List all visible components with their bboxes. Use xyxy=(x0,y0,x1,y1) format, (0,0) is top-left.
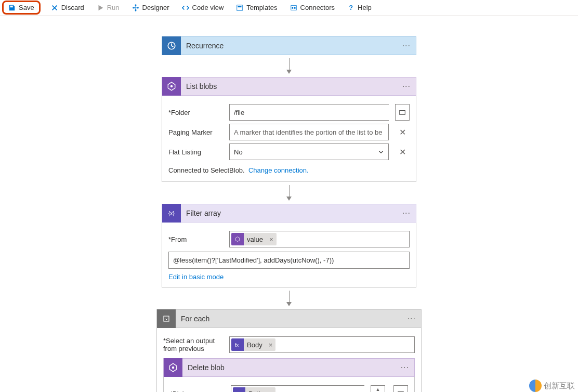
listblobs-menu[interactable]: ··· xyxy=(397,82,416,91)
from-input[interactable]: value × xyxy=(229,231,410,247)
deleteblob-header[interactable]: Delete blob ··· xyxy=(163,358,415,377)
clock-icon xyxy=(162,36,181,55)
blob-stepper[interactable]: ▲ ▼ xyxy=(371,385,385,392)
deleteblob-title: Delete blob xyxy=(182,363,396,372)
folder-picker-button[interactable] xyxy=(395,104,410,121)
body-token[interactable]: fx Body × xyxy=(231,338,275,351)
discard-button[interactable]: Discard xyxy=(49,3,86,12)
codeview-button[interactable]: Code view xyxy=(180,3,226,12)
folder-label: *Folder xyxy=(168,109,223,116)
watermark-logo xyxy=(529,380,542,392)
flat-select[interactable]: No xyxy=(229,143,389,160)
templates-icon xyxy=(236,4,243,11)
svg-rect-1 xyxy=(238,6,242,7)
filter-header[interactable]: {x} Filter array ··· xyxy=(162,204,416,223)
arrow xyxy=(286,291,292,306)
deleteblob-menu[interactable]: ··· xyxy=(396,363,414,372)
run-label: Run xyxy=(107,4,120,11)
paging-input[interactable]: A marker that identifies the portion of … xyxy=(229,124,389,140)
svg-rect-3 xyxy=(292,7,293,9)
code-icon xyxy=(182,4,189,11)
foreach-menu[interactable]: ··· xyxy=(402,314,421,323)
codeview-label: Code view xyxy=(192,4,224,11)
token-blob-icon xyxy=(231,233,244,245)
token-fx-icon: fx xyxy=(231,338,244,351)
svg-rect-12 xyxy=(164,316,169,321)
step-recurrence[interactable]: Recurrence ··· xyxy=(162,36,416,55)
step-foreach: For each ··· *Select an output from prev… xyxy=(156,309,422,392)
play-icon xyxy=(97,4,104,11)
path-token[interactable]: fx Path × xyxy=(233,387,275,392)
blob-icon xyxy=(162,77,181,96)
svg-rect-9 xyxy=(400,111,405,115)
listblobs-connection: Connected to SelectBlob. Change connecti… xyxy=(168,166,410,174)
step-deleteblob: Delete blob ··· *Blob fx Path × xyxy=(163,358,415,392)
change-connection-link[interactable]: Change connection. xyxy=(248,166,309,174)
svg-rect-0 xyxy=(237,5,243,10)
token-remove[interactable]: × xyxy=(266,341,276,349)
from-label: *From xyxy=(168,236,223,243)
svg-rect-4 xyxy=(294,7,295,9)
expression-input[interactable]: @less(item()?['LastModified'], addDays(u… xyxy=(168,252,410,269)
templates-label: Templates xyxy=(246,4,277,11)
svg-rect-2 xyxy=(291,5,296,10)
listblobs-title: List blobs xyxy=(181,82,397,90)
foreach-header[interactable]: For each ··· xyxy=(156,309,422,328)
recurrence-title: Recurrence xyxy=(181,42,397,50)
flat-label: Flat Listing xyxy=(168,148,223,156)
svg-marker-11 xyxy=(235,237,240,242)
discard-label: Discard xyxy=(61,4,84,11)
select-output-input[interactable]: fx Body × xyxy=(229,336,415,353)
token-fx-icon: fx xyxy=(233,387,245,392)
flat-value: No xyxy=(234,148,243,156)
blob-label: *Blob xyxy=(170,390,225,393)
listblobs-header[interactable]: List blobs ··· xyxy=(162,77,416,96)
loop-icon xyxy=(157,309,176,328)
step-listblobs: List blobs ··· *Folder /file Paging Mark… xyxy=(162,77,416,182)
arrow xyxy=(286,185,292,201)
save-highlight: Save xyxy=(2,1,41,15)
connectors-label: Connectors xyxy=(300,4,335,11)
run-button[interactable]: Run xyxy=(95,3,122,12)
filter-title: Filter array xyxy=(181,209,397,217)
token-remove[interactable]: × xyxy=(266,390,276,393)
token-remove[interactable]: × xyxy=(266,236,277,243)
save-button[interactable]: Save xyxy=(6,3,36,12)
connectors-button[interactable]: Connectors xyxy=(288,3,337,12)
svg-text:?: ? xyxy=(349,4,353,11)
foreach-title: For each xyxy=(176,315,402,323)
filter-menu[interactable]: ··· xyxy=(397,208,416,218)
toolbar: Save Discard Run Designer Code view Temp… xyxy=(0,0,578,16)
help-button[interactable]: ? Help xyxy=(345,3,374,12)
watermark: 创新互联 xyxy=(529,380,575,392)
save-icon xyxy=(8,4,16,11)
edit-basic-mode-link[interactable]: Edit in basic mode xyxy=(168,273,410,281)
designer-button[interactable]: Designer xyxy=(130,3,172,12)
designer-label: Designer xyxy=(142,4,169,11)
foreach-body: *Select an output from previous fx Body … xyxy=(156,328,422,392)
stepper-up[interactable]: ▲ xyxy=(371,386,385,392)
folder-input[interactable]: /file xyxy=(229,104,389,121)
value-token[interactable]: value × xyxy=(231,233,277,245)
connectors-icon xyxy=(290,4,297,11)
svg-text:fx: fx xyxy=(235,343,239,348)
step-filter: {x} Filter array ··· *From value × @less… xyxy=(162,204,416,288)
token-label: Path xyxy=(245,390,266,393)
blob-picker-button[interactable] xyxy=(393,385,408,392)
paging-clear[interactable]: ✕ xyxy=(395,127,410,137)
help-label: Help xyxy=(358,4,372,11)
save-label: Save xyxy=(19,4,34,11)
blob-icon xyxy=(164,358,182,377)
svg-point-15 xyxy=(172,367,175,369)
recurrence-menu[interactable]: ··· xyxy=(397,41,416,50)
filter-body: *From value × @less(item()?['LastModifie… xyxy=(162,223,416,288)
connected-text: Connected to SelectBlob. xyxy=(168,166,245,174)
templates-button[interactable]: Templates xyxy=(234,3,279,12)
deleteblob-body: *Blob fx Path × ▲ ▼ xyxy=(163,377,415,392)
flat-clear[interactable]: ✕ xyxy=(395,147,410,157)
blob-input[interactable]: fx Path × xyxy=(231,385,364,392)
designer-icon xyxy=(132,4,139,11)
paging-label: Paging Marker xyxy=(168,128,223,136)
chevron-down-icon xyxy=(378,149,384,155)
recurrence-header[interactable]: Recurrence ··· xyxy=(162,36,416,55)
